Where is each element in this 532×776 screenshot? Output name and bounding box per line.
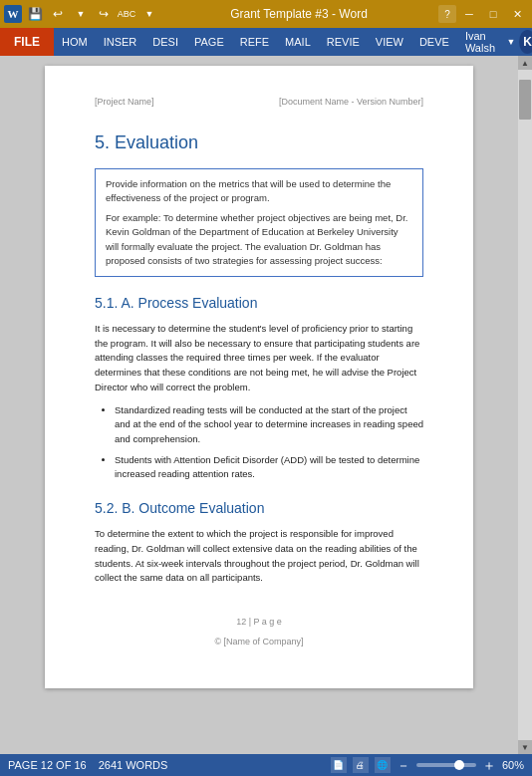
close-button[interactable]: ✕ <box>506 3 528 25</box>
tab-design[interactable]: DESI <box>144 28 186 56</box>
section-52-title: 5.2. B. Outcome Evaluation <box>95 498 423 519</box>
scroll-up-button[interactable]: ▲ <box>518 56 532 70</box>
status-bar: PAGE 12 OF 16 2641 WORDS 📄 🖨 🌐 － ＋ 60% <box>0 754 532 776</box>
redo-icon[interactable]: ↪ <box>94 4 114 24</box>
undo-icon[interactable]: ↩ <box>48 4 68 24</box>
tab-references[interactable]: REFE <box>232 28 277 56</box>
tab-review[interactable]: REVIE <box>319 28 368 56</box>
customize-qat-icon[interactable]: ▼ <box>139 4 159 24</box>
section-51-body: It is necessary to determine the student… <box>95 322 423 395</box>
window-title: Grant Template #3 - Word <box>159 7 438 21</box>
tab-view[interactable]: VIEW <box>368 28 411 56</box>
instruction-line2: For example: To determine whether projec… <box>106 211 412 268</box>
view-print-icon[interactable]: 🖨 <box>353 757 369 773</box>
minimize-button[interactable]: ─ <box>458 3 480 25</box>
ribbon-tabs: FILE HOM INSER DESI PAGE REFE MAIL REVIE… <box>0 28 532 56</box>
zoom-slider[interactable] <box>416 763 476 767</box>
page-header: [Project Name] [Document Name - Version … <box>95 96 423 110</box>
window-controls: ? ─ □ ✕ <box>438 3 528 25</box>
section-5: 5. Evaluation Provide information on the… <box>95 129 423 587</box>
project-name-header: [Project Name] <box>95 96 154 110</box>
title-bar: W 💾 ↩ ▼ ↪ ABC ▼ Grant Template #3 - Word… <box>0 0 532 28</box>
tab-home[interactable]: HOM <box>54 28 96 56</box>
zoom-in-button[interactable]: ＋ <box>482 758 496 772</box>
section-51: 5.1. A. Process Evaluation It is necessa… <box>95 293 423 482</box>
status-right: 📄 🖨 🌐 － ＋ 60% <box>331 757 524 773</box>
redo-dropdown-icon[interactable]: ▼ <box>71 4 91 24</box>
section-5-title: 5. Evaluation <box>95 129 423 156</box>
scroll-thumb[interactable] <box>519 80 531 120</box>
document-area: [Project Name] [Document Name - Version … <box>0 56 532 754</box>
tab-page-layout[interactable]: PAGE <box>186 28 232 56</box>
page-copyright: © [Name of Company] <box>95 636 423 649</box>
section-51-title: 5.1. A. Process Evaluation <box>95 293 423 314</box>
spelling-icon[interactable]: ABC <box>117 4 136 24</box>
bullet-2: Students with Attention Deficit Disorder… <box>115 453 423 482</box>
maximize-button[interactable]: □ <box>482 3 504 25</box>
file-tab[interactable]: FILE <box>0 28 54 56</box>
help-icon[interactable]: ? <box>438 5 456 23</box>
zoom-out-button[interactable]: － <box>397 758 410 772</box>
instruction-line1: Provide information on the metrics that … <box>106 177 412 206</box>
save-icon[interactable]: 💾 <box>25 4 45 24</box>
instruction-box: Provide information on the metrics that … <box>95 168 423 278</box>
scroll-track[interactable] <box>518 70 532 740</box>
page-number: 12 | P a g e <box>95 616 423 630</box>
bullet-1: Standardized reading tests will be condu… <box>115 403 423 447</box>
document-scroll[interactable]: [Project Name] [Document Name - Version … <box>0 56 518 754</box>
view-read-icon[interactable]: 📄 <box>331 757 347 773</box>
document-page: [Project Name] [Document Name - Version … <box>45 66 473 688</box>
tab-insert[interactable]: INSER <box>96 28 145 56</box>
zoom-slider-thumb[interactable] <box>454 760 464 770</box>
user-avatar: K <box>519 30 532 54</box>
word-icon[interactable]: W <box>4 5 22 23</box>
tab-mailings[interactable]: MAIL <box>277 28 319 56</box>
tab-developer[interactable]: DEVE <box>411 28 457 56</box>
section-52: 5.2. B. Outcome Evaluation To determine … <box>95 498 423 586</box>
word-count: 2641 WORDS <box>99 759 168 771</box>
quick-access-toolbar: W 💾 ↩ ▼ ↪ ABC ▼ <box>4 4 159 24</box>
page-info: PAGE 12 OF 16 <box>8 759 87 771</box>
document-name-header: [Document Name - Version Number] <box>279 96 423 110</box>
user-name: Ivan Walsh <box>465 30 503 54</box>
scroll-down-button[interactable]: ▼ <box>518 740 532 754</box>
user-account[interactable]: Ivan Walsh ▼ K <box>457 28 532 56</box>
dropdown-arrow: ▼ <box>506 37 515 47</box>
zoom-level: 60% <box>502 759 524 771</box>
view-web-icon[interactable]: 🌐 <box>375 757 391 773</box>
vertical-scrollbar[interactable]: ▲ ▼ <box>518 56 532 754</box>
section-51-bullets: Standardized reading tests will be condu… <box>115 403 423 483</box>
section-52-body: To determine the extent to which the pro… <box>95 527 423 586</box>
